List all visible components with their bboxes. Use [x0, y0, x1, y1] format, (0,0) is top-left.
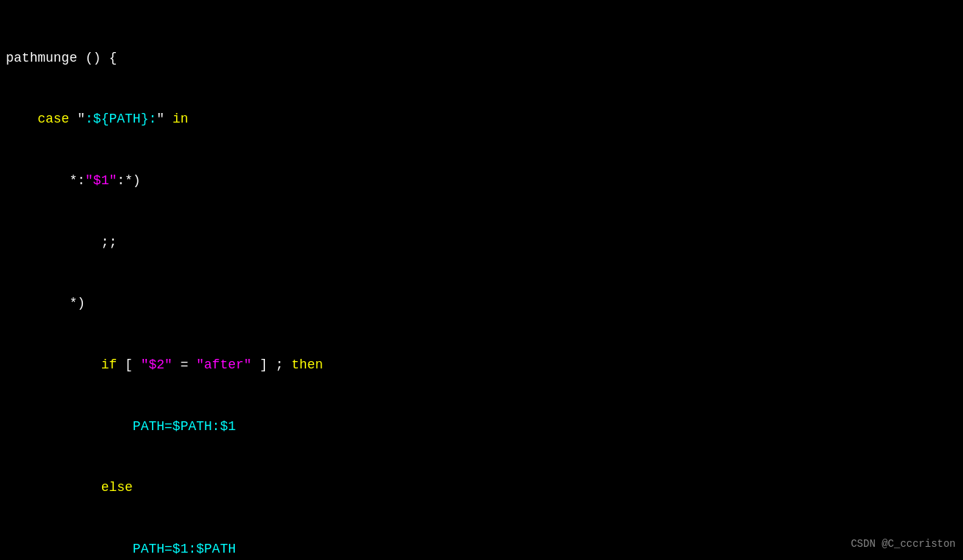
line-6: if [ "$2" = "after" ] ; then — [6, 355, 957, 376]
line-1: pathmunge () { — [6, 48, 957, 69]
line-2: case ":${PATH}:" in — [6, 109, 957, 130]
line-7: PATH=$PATH:$1 — [6, 417, 957, 437]
watermark: CSDN @C_cccriston — [851, 537, 956, 553]
line-9: PATH=$1:$PATH — [6, 539, 957, 560]
line-3: *:"$1":*) — [6, 171, 957, 192]
line-5: *) — [6, 294, 957, 314]
code-container: pathmunge () { case ":${PATH}:" in *:"$1… — [6, 7, 957, 560]
line-4: ;; — [6, 233, 957, 253]
line-8: else — [6, 478, 957, 498]
